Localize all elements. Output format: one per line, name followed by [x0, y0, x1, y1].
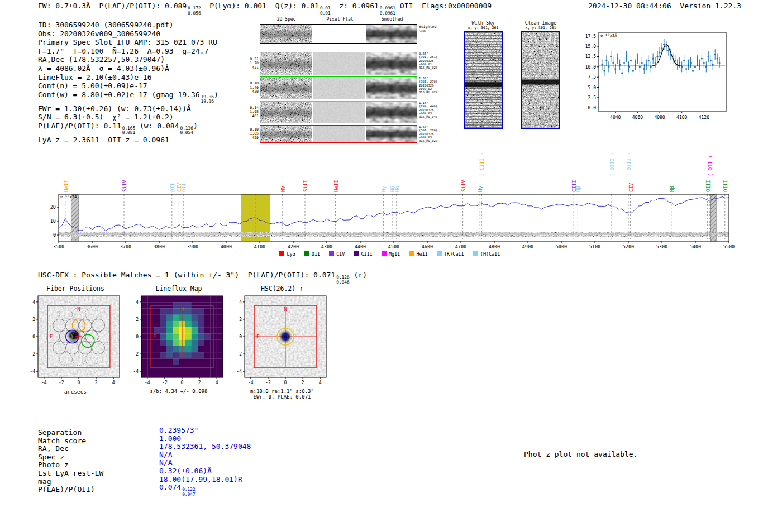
weighted-flat-blank: [313, 25, 365, 43]
spectral-line-label: ( CIII ): [479, 152, 485, 176]
svg-text:-4: -4: [30, 369, 35, 374]
fiber-row-annotation: 0.35"(301, 261)20200326v009_01315_RU_028: [419, 52, 437, 69]
svg-text:2.5: 2.5: [588, 95, 597, 100]
svg-text:4: 4: [112, 380, 115, 385]
svg-text:5300: 5300: [656, 244, 667, 250]
clean-image-panel: Clean Image x, y: 301, 261: [520, 20, 561, 129]
table-row-value: N/A: [159, 458, 172, 467]
svg-text:0: 0: [181, 380, 184, 385]
svg-text:4: 4: [239, 300, 242, 305]
svg-text:4600: 4600: [422, 244, 433, 250]
spectral-line-label: HeII: [64, 180, 69, 192]
elixer-report-page: EW: 0.7±0.3Å P(LAE)/P(OII): 0.0890.1720.…: [0, 0, 782, 532]
svg-text:-2: -2: [265, 380, 271, 385]
spectral-line-label: Hγ: [381, 186, 387, 192]
fiber-2d-cutout-row: [260, 125, 417, 143]
svg-text:-4: -4: [41, 380, 47, 385]
legend-item: (H)CaII: [473, 251, 500, 257]
legend-item: MgII: [382, 251, 400, 257]
svg-text:0: 0: [32, 334, 35, 339]
table-row-label: Separation: [38, 428, 82, 437]
svg-text:0: 0: [78, 380, 80, 385]
weighted-2d-image: [260, 25, 312, 43]
row-2d-image: [260, 77, 312, 99]
svg-text:17.5: 17.5: [585, 34, 596, 39]
svg-text:E: E: [50, 334, 53, 339]
with-sky-title: With Sky: [462, 20, 504, 26]
svg-text:-2: -2: [133, 352, 139, 357]
svg-text:3600: 3600: [87, 244, 98, 250]
spectral-line-label: Hβ: [575, 186, 581, 192]
row-pixel-flat-image: [313, 77, 365, 99]
row-smoothed-image: [366, 52, 417, 75]
svg-text:5400: 5400: [690, 244, 701, 250]
table-row: Separation0.239573": [38, 428, 328, 437]
info-line: Primary Spec_Slot_IFU_AMP: 315_021_073_R…: [38, 38, 218, 47]
spectral-line-label: SiIV: [461, 180, 466, 192]
svg-text:-4: -4: [145, 380, 150, 385]
header-summary: EW: 0.7±0.3Å P(LAE)/P(OII): 0.0890.1720.…: [38, 2, 492, 16]
table-row-label: Match score: [38, 437, 86, 445]
legend-swatch: [329, 251, 334, 256]
legend-swatch: [304, 251, 309, 256]
fiber-2d-cutout-row: [260, 76, 417, 99]
row-pixel-flat-image: [313, 126, 365, 142]
svg-text:4000: 4000: [221, 244, 232, 250]
svg-text:4800: 4800: [489, 244, 500, 250]
svg-text:2: 2: [32, 317, 35, 322]
svg-text:4900: 4900: [522, 244, 533, 250]
svg-text:E: E: [256, 334, 259, 339]
clean-image-coords: x, y: 301, 261: [520, 26, 561, 30]
lineflux-map-plot: NE-4-4-2-2002244: [126, 294, 232, 389]
spectral-line-label: Hγ: [478, 186, 483, 192]
svg-text:-2: -2: [162, 380, 168, 385]
spectral-line-label: OIII: [705, 180, 711, 192]
clean-image-title: Clean Image: [520, 20, 561, 26]
weighted-sum-label: WeightedSum: [419, 25, 436, 33]
header-timestamp-version: 2024-12-30 08:44:06 Version 1.22.3: [588, 2, 741, 10]
svg-text:10: 10: [50, 218, 56, 224]
spectral-line-label: CIV: [628, 183, 634, 192]
hsc-match-header: HSC-DEX : Possible Matches = 1 (within +…: [38, 271, 367, 285]
legend-item: HeII: [409, 251, 427, 257]
lineflux-caption: s/b: 4.34 +/- 0.098: [126, 389, 232, 394]
legend-item: Lyα: [279, 251, 295, 257]
svg-text:10.0: 10.0: [585, 65, 596, 70]
legend-swatch: [473, 251, 478, 256]
stacked-fraction: 0.1220.047: [182, 487, 195, 497]
svg-text:4200: 4200: [288, 244, 299, 250]
spectral-line-label: NV: [280, 186, 286, 192]
with-sky-panel: With Sky x, y: 301, 261: [462, 20, 504, 129]
stacked-fraction: 0.1280.046: [336, 275, 349, 285]
spectral-line-label: HeII: [333, 180, 339, 192]
svg-text:4120: 4120: [699, 115, 709, 120]
svg-text:7.5: 7.5: [588, 75, 597, 80]
weighted-sum-row: [260, 24, 417, 44]
info-line: Cont(w) = 8.80(±0.02)e-17 (gmag 19.3619.…: [38, 90, 218, 104]
row-pixel-flat-image: [313, 102, 365, 123]
lineflux-map-panel: Lineflux Map NE-4-4-2-2002244 s/b: 4.34 …: [126, 285, 232, 394]
info-line: Obs: 20200326v009_3006599240: [38, 30, 218, 39]
fiber-positions-title: Fiber Positions: [22, 285, 128, 293]
svg-text:-2: -2: [59, 380, 64, 385]
fiber-2d-cutout-row: [260, 52, 417, 75]
clean-image-image: [521, 31, 560, 129]
spectral-line-label: ( OIII ): [626, 152, 632, 176]
svg-text:0: 0: [53, 232, 56, 238]
detection-info-block: ID: 3006599240 (3006599240.pdf)Obs: 2020…: [38, 21, 218, 144]
hsc-caption2: EWr: 0. PLAE: 0.071: [229, 394, 335, 400]
svg-text:N: N: [77, 306, 80, 312]
info-line: S/N = 6.3(±0.5) χ² = 1.2(±0.2): [38, 113, 218, 122]
svg-text:e⁻¹⁷x2Å: e⁻¹⁷x2Å: [600, 33, 617, 38]
table-row-value: 0.32(±0.06)Å: [159, 467, 212, 475]
svg-text:-4: -4: [248, 380, 254, 385]
table-row: RA, Dec178.532361, 50.379048: [38, 444, 328, 453]
spectral-line-label: ( OIII ): [609, 152, 615, 176]
svg-text:-2: -2: [236, 352, 242, 357]
fiber-row-weights: 0.101.65420: [250, 125, 259, 143]
legend-swatch: [409, 251, 414, 256]
spectral-line-label: OIII: [723, 180, 728, 192]
legend-item: (K)CaII: [437, 251, 464, 257]
photz-note: Phot z plot not available.: [524, 450, 638, 458]
row-pixel-flat-image: [313, 52, 365, 75]
